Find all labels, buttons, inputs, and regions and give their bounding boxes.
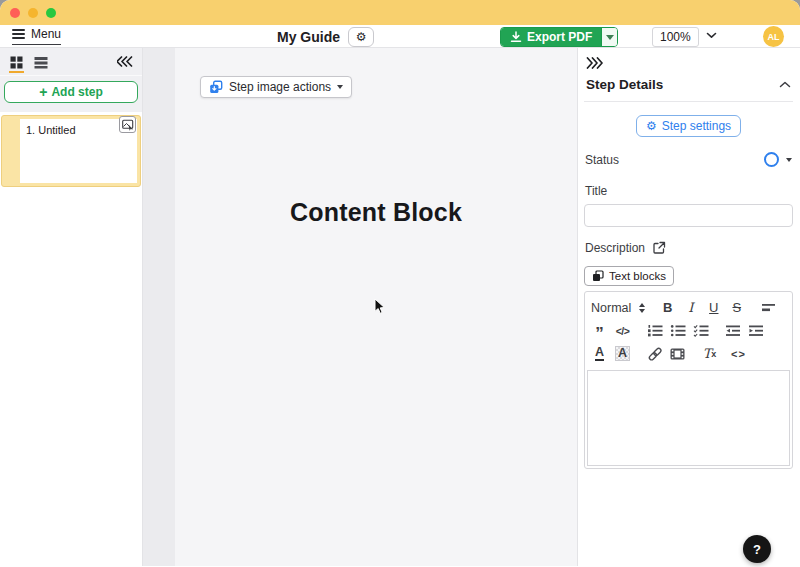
export-options-button[interactable] [601, 28, 617, 46]
menu-label: Menu [31, 27, 61, 41]
step-card-1[interactable]: 1. Untitled [1, 115, 141, 187]
zoom-dropdown-button[interactable] [706, 32, 717, 39]
collapse-section-button[interactable] [779, 81, 791, 88]
expand-description-button[interactable] [652, 241, 666, 255]
step-details-panel: Step Details ⚙ Step settings Status Titl… [577, 48, 800, 566]
zoom-level-input[interactable]: 100% [652, 27, 699, 47]
bold-button[interactable]: B [659, 298, 676, 318]
title-label: Title [584, 184, 793, 198]
indent-button[interactable] [747, 321, 764, 341]
paragraph-style-select[interactable]: Normal [591, 301, 645, 315]
gear-icon: ⚙ [646, 119, 657, 133]
inline-code-button[interactable]: <> [730, 344, 747, 364]
guide-title-group: My Guide ⚙ [277, 25, 374, 48]
app-header: Menu My Guide ⚙ Export PDF 100% AL [0, 25, 800, 48]
description-label: Description [585, 241, 645, 255]
italic-button[interactable]: I [682, 298, 699, 318]
guide-settings-button[interactable]: ⚙ [348, 27, 374, 47]
strikethrough-button[interactable]: S [728, 298, 745, 318]
help-label: ? [753, 542, 761, 557]
add-step-button[interactable]: + Add step [4, 81, 138, 103]
clear-formatting-t: T [703, 346, 712, 361]
guide-title: My Guide [277, 29, 340, 45]
underline-button[interactable]: U [705, 298, 722, 318]
image-edit-icon [122, 119, 134, 131]
add-step-row: + Add step [0, 76, 142, 112]
video-button[interactable] [669, 344, 686, 364]
export-pdf-label: Export PDF [527, 30, 592, 44]
background-color-button[interactable]: A [614, 344, 631, 364]
step-settings-button[interactable]: ⚙ Step settings [636, 115, 741, 137]
list-view-icon [34, 56, 48, 69]
link-button[interactable] [646, 344, 663, 364]
hamburger-icon [12, 29, 25, 39]
add-step-label: Add step [51, 85, 102, 99]
blocks-icon [592, 270, 604, 282]
caret-down-icon [337, 85, 343, 89]
minimize-window-icon[interactable] [28, 8, 38, 18]
close-window-icon[interactable] [10, 8, 20, 18]
grid-view-button[interactable] [9, 51, 24, 73]
code-block-button[interactable]: </> [614, 321, 631, 341]
indent-icon [748, 324, 764, 337]
blockquote-button[interactable]: ” [591, 321, 608, 341]
clear-formatting-button[interactable]: Tx [701, 344, 718, 364]
collapse-sidebar-button[interactable] [117, 56, 133, 67]
caret-down-icon [606, 35, 614, 40]
text-color-button[interactable]: A [591, 344, 608, 364]
step-image-edit-button[interactable] [119, 116, 136, 133]
export-pdf-button[interactable]: Export PDF [501, 28, 601, 46]
chevron-up-icon [779, 81, 791, 88]
status-select[interactable] [764, 152, 792, 167]
bullet-list-button[interactable] [669, 321, 686, 341]
help-button[interactable]: ? [743, 535, 771, 563]
description-editor: Normal B I U S ” </> [584, 291, 793, 469]
step-canvas: Step image actions Content Block [175, 48, 577, 566]
clear-formatting-x: x [711, 349, 716, 359]
select-updown-icon [639, 303, 645, 313]
paragraph-style-value: Normal [591, 301, 631, 315]
step-image-actions-label: Step image actions [229, 80, 331, 94]
content-block-heading[interactable]: Content Block [175, 198, 577, 227]
status-row: Status [584, 152, 793, 167]
expand-panel-button[interactable] [586, 57, 603, 69]
menu-button[interactable]: Menu [12, 27, 61, 45]
panel-header: Step Details [584, 73, 793, 102]
panel-title: Step Details [586, 77, 663, 92]
caret-down-icon [786, 158, 792, 162]
text-color-icon: A [595, 346, 604, 361]
outdent-icon [725, 324, 741, 337]
chevrons-left-icon [117, 56, 133, 67]
video-icon [670, 348, 685, 360]
outdent-button[interactable] [724, 321, 741, 341]
step-image-actions-button[interactable]: Step image actions [200, 76, 352, 98]
window-titlebar [0, 0, 800, 25]
avatar-initials: AL [768, 32, 780, 42]
check-list-icon [693, 324, 709, 337]
gear-icon: ⚙ [356, 30, 367, 44]
ordered-list-button[interactable] [646, 321, 663, 341]
text-blocks-label: Text blocks [609, 270, 666, 282]
copy-image-icon [209, 80, 223, 94]
chevron-down-icon [706, 32, 717, 39]
export-pdf-split-button: Export PDF [500, 27, 618, 47]
canvas-gutter: Step image actions Content Block [143, 48, 577, 566]
app-window: Menu My Guide ⚙ Export PDF 100% AL [0, 0, 800, 567]
chevrons-right-icon [586, 57, 603, 69]
description-row: Description [584, 241, 793, 255]
list-view-button[interactable] [33, 51, 49, 73]
avatar[interactable]: AL [763, 26, 784, 47]
title-input[interactable] [584, 204, 793, 227]
check-list-button[interactable] [692, 321, 709, 341]
bullet-list-icon [670, 324, 686, 337]
link-icon [647, 347, 663, 361]
plus-icon: + [39, 85, 47, 99]
align-button[interactable] [760, 298, 777, 318]
description-editor-body[interactable] [587, 370, 790, 466]
text-blocks-button[interactable]: Text blocks [584, 266, 674, 286]
step-settings-row: ⚙ Step settings [584, 115, 793, 137]
status-label: Status [585, 153, 619, 167]
maximize-window-icon[interactable] [46, 8, 56, 18]
zoom-level-value: 100% [660, 30, 691, 44]
status-circle-icon [764, 152, 779, 167]
